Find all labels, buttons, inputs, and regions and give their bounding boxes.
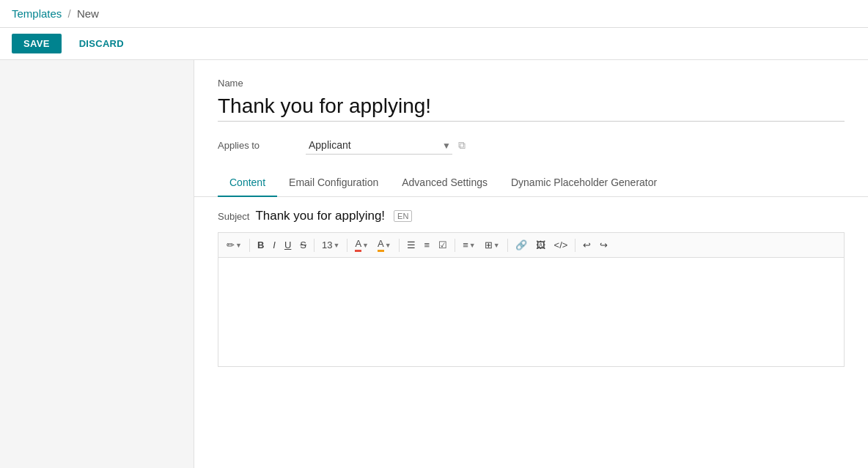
action-bar: SAVE DISCARD xyxy=(0,28,868,60)
tab-email-configuration[interactable]: Email Configuration xyxy=(277,169,390,197)
highlight-arrow: ▼ xyxy=(385,242,391,249)
font-color-icon: A xyxy=(355,238,361,252)
table-arrow: ▼ xyxy=(493,242,500,249)
toolbar-divider-1 xyxy=(249,239,250,252)
link-icon: 🔗 xyxy=(515,239,527,250)
tab-advanced-settings[interactable]: Advanced Settings xyxy=(390,169,499,197)
tab-dynamic-placeholder-generator[interactable]: Dynamic Placeholder Generator xyxy=(499,169,669,197)
undo-button[interactable]: ↩ xyxy=(579,237,595,253)
ol-icon: ≡ xyxy=(424,239,430,250)
link-button[interactable]: 🔗 xyxy=(512,237,531,253)
pen-tool-button[interactable]: ✏ ▼ xyxy=(223,237,246,253)
content-area: Name Applies to Applicant Employee Conta… xyxy=(194,60,868,468)
lang-badge[interactable]: EN xyxy=(394,210,412,222)
applies-to-select[interactable]: Applicant Employee Contact xyxy=(306,136,452,155)
subject-row: Subject Thank you for applying! EN xyxy=(218,209,845,223)
applies-to-select-wrap: Applicant Employee Contact ▼ ⧉ xyxy=(306,136,845,155)
name-input[interactable] xyxy=(218,92,845,122)
table-button[interactable]: ⊞ ▼ xyxy=(481,237,504,253)
name-label: Name xyxy=(218,78,845,89)
checklist-button[interactable]: ☑ xyxy=(435,237,451,253)
redo-icon: ↪ xyxy=(600,239,608,250)
applies-to-row: Applies to Applicant Employee Contact ▼ … xyxy=(218,136,845,155)
redo-button[interactable]: ↪ xyxy=(596,237,611,253)
breadcrumb: Templates / New xyxy=(12,7,99,20)
breadcrumb-separator: / xyxy=(68,7,71,20)
external-link-icon[interactable]: ⧉ xyxy=(458,139,466,152)
breadcrumb-parent[interactable]: Templates xyxy=(12,7,62,20)
bold-button[interactable]: B xyxy=(254,237,268,253)
code-icon: </> xyxy=(554,239,568,250)
main-layout: Name Applies to Applicant Employee Conta… xyxy=(0,60,868,468)
sidebar xyxy=(0,60,194,468)
toolbar-divider-2 xyxy=(314,239,315,252)
discard-button[interactable]: DISCARD xyxy=(67,34,136,53)
ul-icon: ☰ xyxy=(407,239,416,250)
align-button[interactable]: ≡ ▼ xyxy=(459,237,479,253)
image-icon: 🖼 xyxy=(536,239,545,250)
pen-dropdown-arrow: ▼ xyxy=(235,242,242,249)
italic-button[interactable]: I xyxy=(269,237,279,253)
font-color-button[interactable]: A ▼ xyxy=(351,236,372,254)
check-icon: ☑ xyxy=(438,239,447,250)
font-size-arrow: ▼ xyxy=(333,242,339,249)
text-highlight-button[interactable]: A ▼ xyxy=(374,236,395,254)
applies-to-label: Applies to xyxy=(218,140,291,151)
ordered-list-button[interactable]: ≡ xyxy=(421,237,434,253)
strikethrough-button[interactable]: S xyxy=(296,237,310,253)
align-arrow: ▼ xyxy=(469,242,476,249)
toolbar-divider-3 xyxy=(347,239,347,252)
undo-icon: ↩ xyxy=(583,239,591,250)
code-button[interactable]: </> xyxy=(551,237,572,253)
editor-body[interactable] xyxy=(218,257,845,367)
font-size-value: 13 xyxy=(322,239,332,250)
editor-area: Subject Thank you for applying! EN ✏ ▼ B… xyxy=(194,197,868,379)
save-button[interactable]: SAVE xyxy=(12,34,62,53)
font-size-button[interactable]: 13 ▼ xyxy=(318,237,343,253)
toolbar-divider-6 xyxy=(507,239,508,252)
unordered-list-button[interactable]: ☰ xyxy=(403,237,419,253)
table-icon: ⊞ xyxy=(485,239,493,250)
pen-icon: ✏ xyxy=(227,239,235,250)
toolbar-divider-5 xyxy=(455,239,455,252)
subject-value: Thank you for applying! xyxy=(255,209,385,223)
tabs-bar: Content Email Configuration Advanced Set… xyxy=(194,169,868,197)
editor-toolbar: ✏ ▼ B I U S 13 ▼ A ▼ xyxy=(218,232,845,257)
form-section: Name Applies to Applicant Employee Conta… xyxy=(194,60,868,155)
underline-button[interactable]: U xyxy=(281,237,295,253)
align-icon: ≡ xyxy=(463,239,468,250)
applies-to-wrapper: Applicant Employee Contact ▼ xyxy=(306,136,452,155)
tab-content[interactable]: Content xyxy=(218,169,277,197)
toolbar-divider-7 xyxy=(575,239,575,252)
image-button[interactable]: 🖼 xyxy=(532,237,549,253)
subject-label: Subject xyxy=(218,211,249,222)
font-color-arrow: ▼ xyxy=(362,242,369,249)
top-bar: Templates / New xyxy=(0,0,868,28)
breadcrumb-current: New xyxy=(77,7,99,20)
toolbar-divider-4 xyxy=(399,239,400,252)
highlight-icon: A xyxy=(378,238,384,252)
